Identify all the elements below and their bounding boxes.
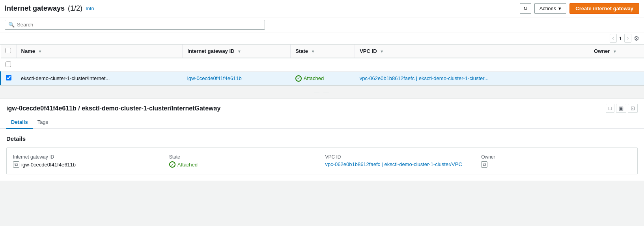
detail-vpc-id: VPC ID vpc-062e0b1b8612faefc | eksctl-de… xyxy=(325,154,475,168)
detail-vpc-id-label: VPC ID xyxy=(325,154,475,160)
chevron-down-icon: ▾ xyxy=(558,6,561,11)
detail-vpc-id-link[interactable]: vpc-062e0b1b8612faefc | eksctl-demo-clus… xyxy=(325,161,462,167)
copy-icon-gateway-id[interactable]: ⧉ xyxy=(13,161,19,168)
table-row: eksctl-demo-cluster-1-cluster/Internet..… xyxy=(1,72,644,85)
refresh-button[interactable]: ↻ xyxy=(520,3,531,14)
page-count: (1/2) xyxy=(68,4,82,13)
detail-state-value: ✓ Attached xyxy=(169,161,319,168)
row-gateway-id[interactable]: igw-0cecde0f41f4e611b xyxy=(183,72,291,85)
details-grid: Internet gateway ID ⧉ igw-0cecde0f41f4e6… xyxy=(6,148,638,174)
row-state: ✓ Attached xyxy=(291,72,355,85)
sort-icon-gateway-id: ▼ xyxy=(237,49,241,54)
sort-icon-owner: ▼ xyxy=(613,49,617,54)
select-all-cell[interactable] xyxy=(1,45,17,58)
actions-label: Actions xyxy=(539,6,556,11)
page-title: Internet gateways xyxy=(5,4,65,13)
check-circle-icon: ✓ xyxy=(295,75,302,82)
row-name: eksctl-demo-cluster-1-cluster/Internet..… xyxy=(16,72,183,85)
top-bar: Internet gateways (1/2) Info ↻ Actions ▾… xyxy=(0,0,644,17)
copy-icon-owner[interactable]: ⧉ xyxy=(481,161,487,168)
sort-icon-name: ▼ xyxy=(38,49,42,54)
row-empty-checkbox[interactable] xyxy=(6,62,11,67)
gateway-id-link[interactable]: igw-0cecde0f41f4e611b xyxy=(187,75,242,81)
table-row xyxy=(1,58,644,72)
tab-tags[interactable]: Tags xyxy=(33,116,53,129)
row-empty-checkbox-cell[interactable] xyxy=(1,58,17,72)
detail-owner-value: ⧉ xyxy=(481,161,631,168)
search-icon: 🔍 xyxy=(8,22,15,28)
sort-icon-state: ▼ xyxy=(311,49,315,54)
panel-split-icon[interactable]: ▣ xyxy=(616,104,626,113)
panel-divider[interactable]: — — xyxy=(0,86,644,99)
column-vpc-id[interactable]: VPC ID ▼ xyxy=(355,45,589,58)
bottom-panel-tabs: Details Tags xyxy=(0,116,644,129)
detail-owner-label: Owner xyxy=(481,154,631,160)
panel-expand-icon[interactable]: □ xyxy=(606,104,614,113)
detail-state: State ✓ Attached xyxy=(169,154,319,168)
search-input[interactable] xyxy=(17,22,261,28)
vpc-id-link[interactable]: vpc-062e0b1b8612faefc | eksctl-demo-clus… xyxy=(360,75,489,81)
row-empty-name xyxy=(16,58,183,72)
row-empty-owner xyxy=(589,58,644,72)
row-empty-vpc-id xyxy=(355,58,589,72)
panel-collapse-icon[interactable]: ⊡ xyxy=(628,104,638,113)
state-attached: ✓ Attached xyxy=(295,75,350,82)
details-section: Details Internet gateway ID ⧉ igw-0cecde… xyxy=(0,129,644,181)
detail-gateway-id-value: ⧉ igw-0cecde0f41f4e611b xyxy=(13,161,163,168)
info-link[interactable]: Info xyxy=(86,6,94,11)
title-area: Internet gateways (1/2) Info xyxy=(5,4,94,13)
search-bar-area: 🔍 xyxy=(0,17,644,32)
bottom-panel-header: igw-0cecde0f41f4e611b / eksctl-demo-clus… xyxy=(0,99,644,113)
internet-gateways-table: Name ▼ Internet gateway ID ▼ State ▼ VPC… xyxy=(0,45,644,85)
detail-vpc-id-value: vpc-062e0b1b8612faefc | eksctl-demo-clus… xyxy=(325,161,475,167)
detail-gateway-id-label: Internet gateway ID xyxy=(13,154,163,160)
row-empty-gateway-id xyxy=(183,58,291,72)
action-buttons: ↻ Actions ▾ Create internet gateway xyxy=(520,3,639,14)
details-heading: Details xyxy=(6,135,638,142)
bottom-panel-title: igw-0cecde0f41f4e611b / eksctl-demo-clus… xyxy=(6,105,220,112)
row-vpc-id[interactable]: vpc-062e0b1b8612faefc | eksctl-demo-clus… xyxy=(355,72,589,85)
detail-state-attached: ✓ Attached xyxy=(169,161,198,168)
column-state[interactable]: State ▼ xyxy=(291,45,355,58)
create-internet-gateway-button[interactable]: Create internet gateway xyxy=(569,3,639,14)
bottom-panel: igw-0cecde0f41f4e611b / eksctl-demo-clus… xyxy=(0,99,644,181)
refresh-icon: ↻ xyxy=(523,6,528,11)
column-name[interactable]: Name ▼ xyxy=(16,45,183,58)
column-gateway-id[interactable]: Internet gateway ID ▼ xyxy=(183,45,291,58)
table-container: Name ▼ Internet gateway ID ▼ State ▼ VPC… xyxy=(0,45,644,86)
check-circle-icon-detail: ✓ xyxy=(169,161,175,168)
actions-button[interactable]: Actions ▾ xyxy=(534,3,567,14)
detail-gateway-id: Internet gateway ID ⧉ igw-0cecde0f41f4e6… xyxy=(13,154,163,168)
row-owner xyxy=(589,72,644,85)
detail-state-label: State xyxy=(169,154,319,160)
settings-icon[interactable]: ⚙ xyxy=(634,35,639,42)
column-owner[interactable]: Owner ▼ xyxy=(589,45,644,58)
row-selected-checkbox-cell[interactable] xyxy=(1,72,17,85)
select-all-checkbox[interactable] xyxy=(6,48,11,53)
page-number: 1 xyxy=(619,35,622,41)
table-pagination: ‹ 1 › ⚙ xyxy=(0,32,644,45)
search-wrapper: 🔍 xyxy=(5,20,265,30)
row-empty-state xyxy=(291,58,355,72)
next-page-button[interactable]: › xyxy=(624,34,631,43)
row-selected-checkbox[interactable] xyxy=(6,75,11,80)
divider-handle-icon: — — xyxy=(314,89,330,95)
prev-page-button[interactable]: ‹ xyxy=(610,34,617,43)
table-header-row: Name ▼ Internet gateway ID ▼ State ▼ VPC… xyxy=(1,45,644,58)
sort-icon-vpc-id: ▼ xyxy=(380,49,384,54)
detail-owner: Owner ⧉ xyxy=(481,154,631,168)
panel-view-icons: □ ▣ ⊡ xyxy=(606,104,638,113)
tab-details[interactable]: Details xyxy=(6,116,33,129)
